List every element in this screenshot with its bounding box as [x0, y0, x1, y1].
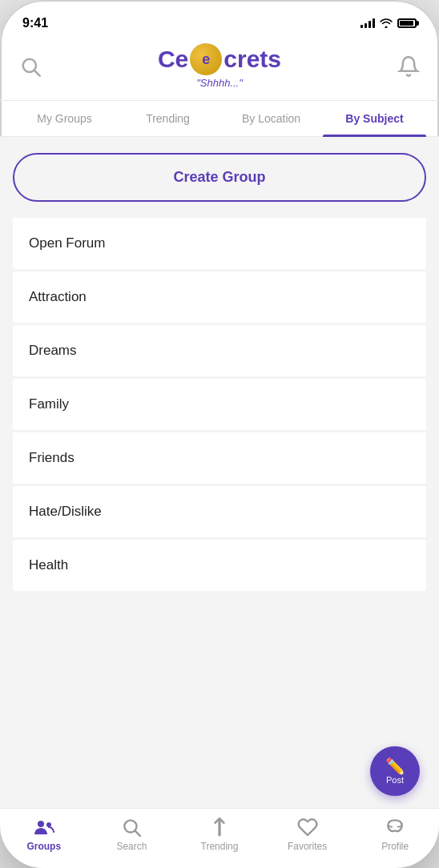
nav-label-trending: Trending	[201, 841, 239, 852]
post-fab-button[interactable]: ✏️ Post	[370, 746, 420, 796]
bottom-nav: Groups Search Trending Favorites	[0, 808, 439, 868]
group-item-dreams[interactable]: Dreams	[13, 325, 426, 376]
group-item-hate-dislike[interactable]: Hate/Dislike	[13, 486, 426, 537]
create-group-button[interactable]: Create Group	[13, 153, 426, 202]
logo-coin: e	[190, 43, 222, 75]
tab-my-groups[interactable]: My Groups	[13, 101, 116, 136]
logo-text-left: Ce	[158, 47, 188, 71]
nav-label-favorites: Favorites	[288, 841, 327, 852]
tab-by-subject[interactable]: By Subject	[323, 101, 426, 136]
tabs-row: My Groups Trending By Location By Subjec…	[0, 101, 439, 137]
wifi-icon	[380, 18, 393, 28]
nav-label-search: Search	[116, 841, 147, 852]
battery-icon	[397, 18, 417, 28]
app-logo: Ce e crets "Shhhh..."	[158, 43, 281, 89]
nav-profile-icon	[385, 817, 405, 838]
svg-point-2	[38, 821, 44, 827]
tab-by-location[interactable]: By Location	[220, 101, 323, 136]
svg-line-1	[34, 70, 39, 75]
nav-item-profile[interactable]: Profile	[371, 817, 419, 852]
group-item-friends[interactable]: Friends	[13, 432, 426, 484]
status-icons	[360, 18, 417, 28]
app-header: Ce e crets "Shhhh..."	[0, 35, 439, 100]
groups-icon	[34, 817, 54, 838]
group-item-attraction[interactable]: Attraction	[13, 271, 426, 323]
nav-item-search[interactable]: Search	[107, 817, 155, 852]
group-item-health[interactable]: Health	[13, 540, 426, 591]
status-bar: 9:41	[0, 0, 439, 35]
phone-frame: 9:41 Ce e	[0, 0, 439, 868]
group-item-family[interactable]: Family	[13, 379, 426, 430]
logo-text-right: crets	[224, 47, 281, 71]
nav-item-trending[interactable]: Trending	[195, 817, 244, 852]
post-fab-pencil-icon: ✏️	[385, 758, 405, 774]
nav-item-groups[interactable]: Groups	[20, 817, 68, 852]
svg-line-5	[135, 831, 140, 836]
nav-item-favorites[interactable]: Favorites	[284, 817, 332, 852]
nav-label-groups: Groups	[26, 841, 61, 852]
signal-icon	[360, 18, 375, 28]
group-list: Open Forum Attraction Dreams Family Frie…	[13, 218, 426, 591]
nav-search-icon	[121, 817, 142, 838]
logo-subtitle: "Shhhh..."	[196, 77, 243, 89]
nav-trending-icon	[209, 817, 230, 838]
search-icon[interactable]	[19, 55, 42, 78]
group-item-open-forum[interactable]: Open Forum	[13, 218, 426, 269]
tab-trending[interactable]: Trending	[116, 101, 220, 136]
nav-favorites-icon	[297, 817, 318, 838]
post-fab-label: Post	[386, 775, 404, 785]
status-time: 9:41	[22, 16, 48, 30]
main-content: Create Group Open Forum Attraction Dream…	[0, 137, 439, 808]
bell-icon[interactable]	[397, 55, 420, 78]
nav-label-profile: Profile	[381, 841, 409, 852]
